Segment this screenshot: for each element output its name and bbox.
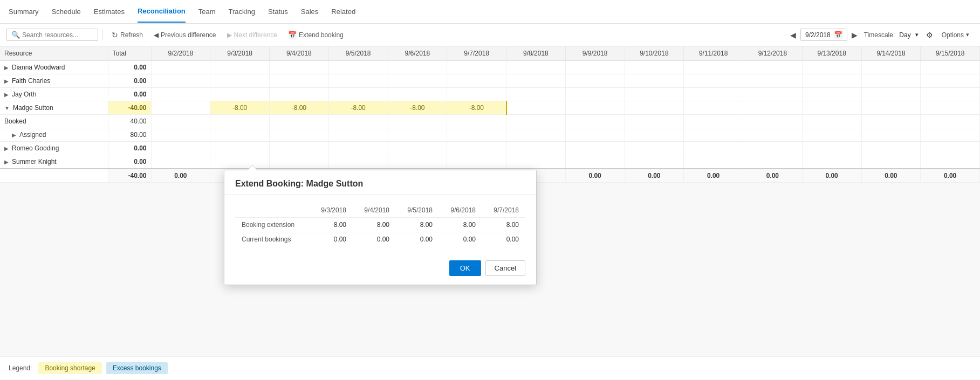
- modal-row-extension: Booking extension 8.00 8.00 8.00 8.00 8.…: [235, 218, 525, 232]
- modal-cell: 0.00: [482, 232, 525, 247]
- modal-cell: 0.00: [396, 232, 439, 247]
- modal-header-date-3: 9/6/2018: [439, 203, 482, 218]
- modal-cell: 8.00: [396, 218, 439, 232]
- modal-footer: OK Cancel: [224, 255, 536, 285]
- cancel-button[interactable]: Cancel: [485, 260, 525, 276]
- modal-cell: 0.00: [439, 232, 482, 247]
- modal-cell: 0.00: [353, 232, 396, 247]
- modal-body: 9/3/2018 9/4/2018 9/5/2018 9/6/2018 9/7/…: [224, 195, 536, 255]
- modal-cell: 8.00: [353, 218, 396, 232]
- modal-row-label-current: Current bookings: [235, 232, 310, 247]
- modal-header-date-1: 9/4/2018: [353, 203, 396, 218]
- modal-header-empty: [235, 203, 310, 218]
- modal-data-table: 9/3/2018 9/4/2018 9/5/2018 9/6/2018 9/7/…: [235, 203, 525, 246]
- modal-row-label-extension: Booking extension: [235, 218, 310, 232]
- modal-cell: 8.00: [482, 218, 525, 232]
- modal-header-row: 9/3/2018 9/4/2018 9/5/2018 9/6/2018 9/7/…: [235, 203, 525, 218]
- modal-header-date-4: 9/7/2018: [482, 203, 525, 218]
- modal-row-current: Current bookings 0.00 0.00 0.00 0.00 0.0…: [235, 232, 525, 247]
- modal-overlay: Extend Booking: Madge Sutton 9/3/2018 9/…: [0, 0, 980, 379]
- ok-button[interactable]: OK: [449, 260, 481, 276]
- modal-cell: 8.00: [310, 218, 353, 232]
- extend-booking-modal: Extend Booking: Madge Sutton 9/3/2018 9/…: [224, 170, 537, 285]
- modal-cell: 8.00: [439, 218, 482, 232]
- modal-cell: 0.00: [310, 232, 353, 247]
- modal-header-date-2: 9/5/2018: [396, 203, 439, 218]
- modal-arrow-inner: [247, 165, 258, 171]
- modal-header-date-0: 9/3/2018: [310, 203, 353, 218]
- modal-title: Extend Booking: Madge Sutton: [224, 170, 536, 195]
